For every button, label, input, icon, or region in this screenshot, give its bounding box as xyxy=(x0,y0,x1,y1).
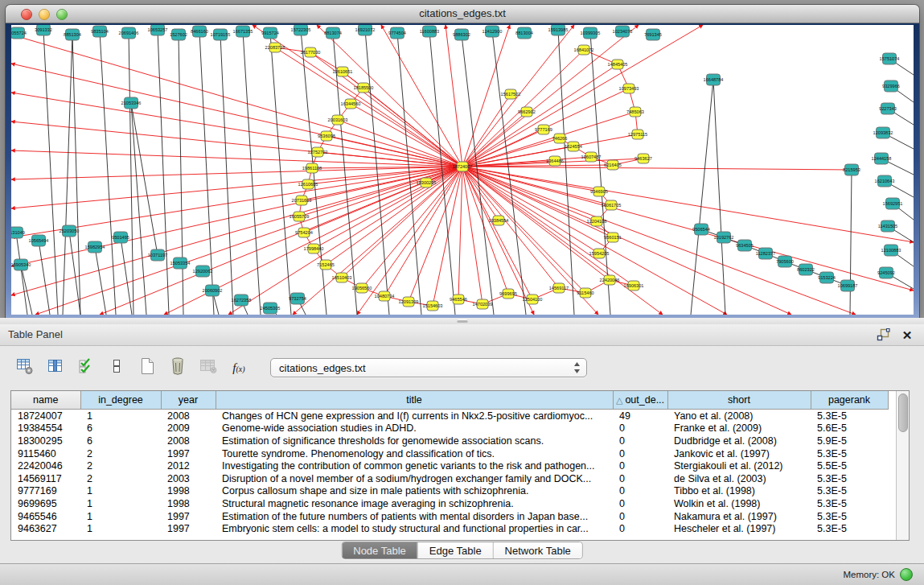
graph-edge-black[interactable] xyxy=(39,241,50,315)
table-cell: 0 xyxy=(613,459,667,472)
graph-edge-red[interactable] xyxy=(11,93,462,167)
graph-edge-red[interactable] xyxy=(409,167,462,302)
graph-edge-red[interactable] xyxy=(462,167,508,294)
graph-node-label: 15913985 xyxy=(548,27,569,32)
graph-edge-red[interactable] xyxy=(293,167,462,315)
table-row[interactable]: 946362711997Embryonic stem cells: a mode… xyxy=(11,522,888,535)
column-header-name[interactable]: name xyxy=(11,391,80,410)
graph-edge-black[interactable] xyxy=(95,247,106,315)
graph-node-label: 9560151 xyxy=(604,235,622,240)
table-mode-button[interactable] xyxy=(14,357,35,378)
graph-edge-red[interactable] xyxy=(11,150,462,167)
graph-edge-red[interactable] xyxy=(381,25,462,167)
graph-edge-black[interactable] xyxy=(713,80,725,315)
network-canvas[interactable]: 2055724309133288513049835104206914061065… xyxy=(11,25,914,315)
network-window: citations_edges.txt 20557243091332885130… xyxy=(6,5,919,318)
table-row[interactable]: 2242004622012Investigating the contribut… xyxy=(11,459,888,472)
table-cell: Corpus callosum shape and size in male p… xyxy=(216,485,613,498)
table-cell: 1 xyxy=(80,497,161,510)
table-cell: 1998 xyxy=(161,485,216,498)
table-cell: 5.6E-5 xyxy=(811,422,888,435)
graph-edge-red[interactable] xyxy=(462,167,914,290)
table-cell: 2008 xyxy=(161,410,216,422)
table-row[interactable]: 1456911722003Disruption of a novel membe… xyxy=(11,472,888,485)
graph-edge-red[interactable] xyxy=(462,25,639,167)
delete-column-button[interactable] xyxy=(167,357,188,378)
column-visibility-button[interactable] xyxy=(45,357,66,378)
column-header-out_de[interactable]: △out_de... xyxy=(613,391,667,410)
float-panel-button[interactable] xyxy=(876,328,890,342)
graph-node-label: 8813004 xyxy=(515,31,533,35)
table-row[interactable]: 969969511998Structural magnetic resonanc… xyxy=(11,497,888,510)
graph-edge-red[interactable] xyxy=(446,25,462,167)
scrollbar-thumb[interactable] xyxy=(898,393,908,432)
graph-edge-black[interactable] xyxy=(121,237,132,315)
table-toolbar: f(x)citations_edges.txt xyxy=(14,355,587,381)
new-column-button[interactable] xyxy=(137,357,158,378)
table-row[interactable]: 977716911998Corpus callosum shape and si… xyxy=(11,485,888,498)
graph-node-label: 15722305 xyxy=(291,27,311,32)
graph-edge-red[interactable] xyxy=(342,167,462,278)
graph-edge-black[interactable] xyxy=(131,103,158,255)
graph-edge-red[interactable] xyxy=(462,167,852,170)
graph-edge-red[interactable] xyxy=(100,167,462,315)
graph-node-label: 12504100 xyxy=(523,297,543,302)
column-header-year[interactable]: year xyxy=(161,391,216,410)
graph-edge-black[interactable] xyxy=(590,33,610,315)
tab-edge-table[interactable]: Edge Table xyxy=(417,542,493,558)
function-builder-button[interactable]: f(x) xyxy=(228,357,249,378)
graph-node-label: 9732754 xyxy=(289,296,306,301)
table-row[interactable]: 1872400712008Changes of HCN gene express… xyxy=(11,410,888,422)
graph-edge-red[interactable] xyxy=(458,167,462,299)
graph-node-label: 9536098 xyxy=(318,134,335,138)
graph-node-label: 19861108 xyxy=(302,166,322,171)
graph-node-label: 9346905 xyxy=(590,189,608,194)
graph-edge-black[interactable] xyxy=(850,170,852,315)
select-all-rows-button[interactable] xyxy=(76,357,97,378)
graph-edge-red[interactable] xyxy=(228,167,462,315)
column-header-in_degree[interactable]: in_degree xyxy=(80,391,161,410)
graph-edge-red[interactable] xyxy=(363,88,462,167)
graph-node-label: 12091309 xyxy=(399,299,419,304)
table-row[interactable]: 911546021997Tourette syndrome. Phenomeno… xyxy=(11,447,888,460)
graph-edge-red[interactable] xyxy=(275,47,462,167)
graph-node-label: 12100883 xyxy=(881,248,901,253)
table-row[interactable]: 1938455462009Genome-wide association stu… xyxy=(11,422,888,435)
table-cell: 19384554 xyxy=(11,422,80,435)
tab-network-table[interactable]: Network Table xyxy=(493,542,582,558)
graph-edge-black[interactable] xyxy=(365,30,389,315)
graph-edge-red[interactable] xyxy=(462,64,618,167)
table-row[interactable]: 1830029562008Estimation of significance … xyxy=(11,435,888,447)
close-panel-button[interactable]: ✕ xyxy=(900,328,914,342)
table-cell: 9115460 xyxy=(11,447,80,460)
tab-node-table[interactable]: Node Table xyxy=(342,542,417,558)
table-cell: 5.3E-5 xyxy=(811,485,888,498)
column-header-short[interactable]: short xyxy=(667,391,811,410)
graph-node-label: 12975115 xyxy=(628,132,647,137)
graph-node-label: 12610651 xyxy=(333,69,353,74)
table-cell: 1 xyxy=(80,510,161,523)
graph-edge-black[interactable] xyxy=(691,80,713,315)
graph-edge-black[interactable] xyxy=(16,233,27,315)
graph-node-label: 16061705 xyxy=(602,203,622,208)
table-cell: 49 xyxy=(613,410,667,422)
graph-edge-black[interactable] xyxy=(558,30,574,315)
graph-edge-black[interactable] xyxy=(220,35,233,315)
graph-edge-red[interactable] xyxy=(35,167,462,315)
table-selector-dropdown[interactable]: citations_edges.txt xyxy=(270,358,587,377)
graph-edge-red[interactable] xyxy=(314,167,462,249)
vertical-scrollbar[interactable] xyxy=(896,391,909,540)
graph-node-label: 9634505 xyxy=(736,243,754,248)
split-pane-divider[interactable] xyxy=(0,318,924,324)
graph-edge-black[interactable] xyxy=(72,35,80,315)
column-header-title[interactable]: title xyxy=(216,391,613,410)
graph-edge-black[interactable] xyxy=(129,33,133,315)
table-row[interactable]: 946554611997Estimation of the future num… xyxy=(11,510,888,523)
divider-grip[interactable] xyxy=(457,319,468,323)
graph-edge-black[interactable] xyxy=(100,31,116,315)
column-header-pagerank[interactable]: pagerank xyxy=(811,391,888,410)
toggle-row-height-button[interactable] xyxy=(106,357,127,378)
graph-edge-black[interactable] xyxy=(270,33,291,315)
graph-edge-red[interactable] xyxy=(11,64,462,167)
memory-status-indicator[interactable] xyxy=(900,568,913,581)
